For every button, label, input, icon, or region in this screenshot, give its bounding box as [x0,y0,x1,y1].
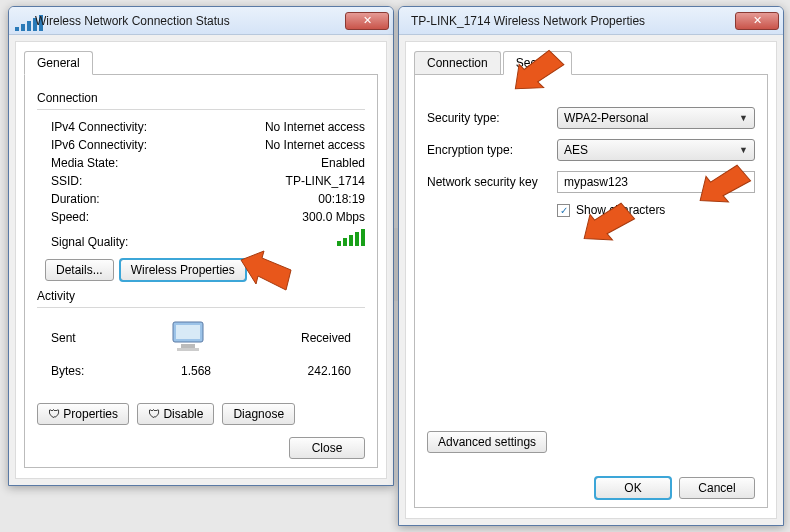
group-connection: Connection [37,91,365,105]
diagnose-button[interactable]: Diagnose [222,403,295,425]
bytes-label: Bytes: [51,364,111,378]
signal-icon [15,13,31,29]
sent-label: Sent [51,331,76,345]
bytes-recv: 242.160 [271,364,351,378]
disable-button[interactable]: 🛡 Disable [137,403,214,425]
show-characters-label: Show characters [576,203,665,217]
tab-general[interactable]: General [24,51,93,75]
svg-rect-3 [177,348,199,351]
ipv6-value: No Internet access [201,138,365,152]
wireless-properties-button[interactable]: Wireless Properties [120,259,246,281]
speed-value: 300.0 Mbps [201,210,365,224]
chevron-down-icon: ▼ [739,145,748,155]
titlebar: TP-LINK_1714 Wireless Network Properties… [399,7,783,35]
close-button[interactable]: Close [289,437,365,459]
media-label: Media State: [51,156,201,170]
details-button[interactable]: Details... [45,259,114,281]
properties-dialog: TP-LINK_1714 Wireless Network Properties… [398,6,784,526]
tab-security[interactable]: Security [503,51,572,75]
speed-label: Speed: [51,210,201,224]
security-key-input[interactable]: mypasw123 [557,171,755,193]
encryption-type-label: Encryption type: [427,143,557,157]
encryption-type-combo[interactable]: AES▼ [557,139,755,161]
received-label: Received [301,331,351,345]
computer-icon [163,320,213,356]
ssid-value: TP-LINK_1714 [201,174,365,188]
svg-rect-2 [181,344,195,348]
duration-value: 00:18:19 [201,192,365,206]
cancel-button[interactable]: Cancel [679,477,755,499]
status-dialog: Wireless Network Connection Status ✕ Gen… [8,6,394,486]
ok-button[interactable]: OK [595,477,671,499]
properties-button[interactable]: 🛡 Properties [37,403,129,425]
group-activity: Activity [37,289,365,303]
ipv6-label: IPv6 Connectivity: [51,138,201,152]
ipv4-value: No Internet access [201,120,365,134]
ipv4-label: IPv4 Connectivity: [51,120,201,134]
security-key-label: Network security key [427,175,557,189]
security-type-label: Security type: [427,111,557,125]
sigq-value [201,228,365,249]
tab-connection[interactable]: Connection [414,51,501,75]
dialog-title: Wireless Network Connection Status [35,14,345,28]
close-icon[interactable]: ✕ [735,12,779,30]
svg-rect-1 [176,325,200,339]
titlebar: Wireless Network Connection Status ✕ [9,7,393,35]
security-type-combo[interactable]: WPA2-Personal▼ [557,107,755,129]
advanced-settings-button[interactable]: Advanced settings [427,431,547,453]
show-characters-checkbox[interactable]: ✓ [557,204,570,217]
ssid-label: SSID: [51,174,201,188]
chevron-down-icon: ▼ [739,113,748,123]
sigq-label: Signal Quality: [51,235,201,249]
media-value: Enabled [201,156,365,170]
dialog-title: TP-LINK_1714 Wireless Network Properties [405,14,735,28]
bytes-sent: 1.568 [131,364,211,378]
duration-label: Duration: [51,192,201,206]
close-icon[interactable]: ✕ [345,12,389,30]
